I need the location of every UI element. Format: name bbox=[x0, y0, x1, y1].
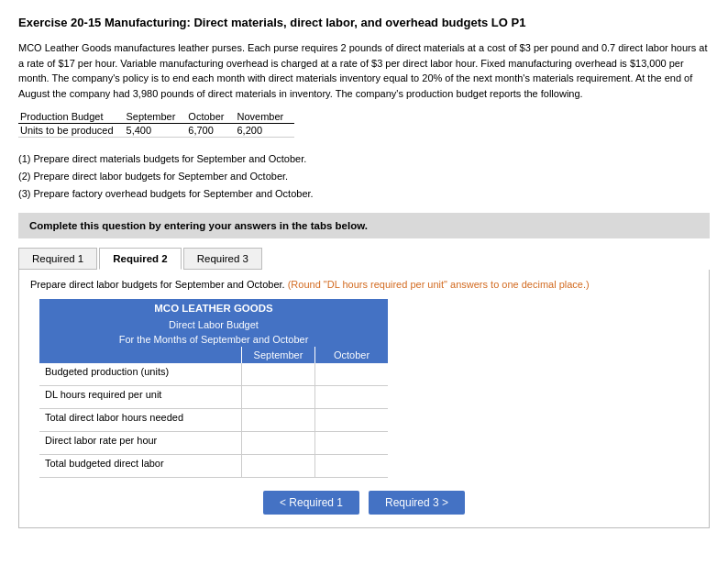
budget-months: For the Months of September and October bbox=[39, 332, 388, 347]
tab-required3[interactable]: Required 3 bbox=[183, 248, 262, 270]
tabs-row: Required 1 Required 2 Required 3 bbox=[18, 248, 710, 270]
prod-row-nov: 6,200 bbox=[235, 124, 294, 138]
budget-row-3: Total direct labor hours needed bbox=[39, 409, 388, 432]
instructions: (1) Prepare direct materials budgets for… bbox=[18, 150, 710, 202]
budget-title: MCO LEATHER GOODS bbox=[39, 299, 388, 317]
prod-header-oct: October bbox=[186, 110, 235, 124]
tab-content: Prepare direct labor budgets for Septemb… bbox=[18, 270, 710, 528]
instruction-1: (1) Prepare direct materials budgets for… bbox=[18, 150, 710, 168]
production-table: Production Budget September October Nove… bbox=[18, 110, 294, 138]
budget-row-4-sep[interactable] bbox=[241, 432, 314, 454]
budget-row-5-label: Total budgeted direct labor bbox=[39, 455, 241, 477]
prev-button[interactable]: < Required 1 bbox=[263, 491, 359, 515]
budget-row-2-sep[interactable] bbox=[241, 386, 314, 408]
description: MCO Leather Goods manufactures leather p… bbox=[18, 40, 710, 101]
budget-subtitle: Direct Labor Budget bbox=[39, 317, 388, 332]
budget-row-5: Total budgeted direct labor bbox=[39, 455, 388, 478]
prod-row-sep: 5,400 bbox=[125, 124, 187, 138]
budget-row-5-sep[interactable] bbox=[241, 455, 314, 477]
prod-header-nov: November bbox=[235, 110, 294, 124]
budget-header-row: September October bbox=[39, 347, 388, 363]
budget-row-3-sep-input[interactable] bbox=[246, 411, 311, 429]
budget-row-5-oct[interactable] bbox=[314, 455, 388, 477]
tab-required2[interactable]: Required 2 bbox=[99, 248, 181, 270]
complete-box-text: Complete this question by entering your … bbox=[29, 220, 368, 231]
budget-row-2: DL hours required per unit bbox=[39, 386, 388, 409]
budget-col-oct-header: October bbox=[314, 347, 388, 363]
budget-row-1-label: Budgeted production (units) bbox=[39, 363, 241, 385]
budget-row-1: Budgeted production (units) bbox=[39, 363, 388, 386]
nav-buttons: < Required 1 Required 3 > bbox=[30, 491, 698, 515]
budget-col-label-header bbox=[39, 347, 241, 363]
prod-header-sep: September bbox=[125, 110, 187, 124]
budget-row-1-sep[interactable] bbox=[241, 363, 314, 385]
page-title: Exercise 20-15 Manufacturing: Direct mat… bbox=[18, 15, 710, 31]
next-button[interactable]: Required 3 > bbox=[369, 491, 465, 515]
budget-row-3-oct-input[interactable] bbox=[319, 411, 384, 429]
prod-header-label: Production Budget bbox=[18, 110, 125, 124]
prepare-note-highlight: (Round "DL hours required per unit" answ… bbox=[288, 279, 590, 290]
budget-row-3-sep[interactable] bbox=[241, 409, 314, 431]
budget-row-3-label: Total direct labor hours needed bbox=[39, 409, 241, 431]
budget-row-4-label: Direct labor rate per hour bbox=[39, 432, 241, 454]
budget-row-4-oct[interactable] bbox=[314, 432, 388, 454]
prepare-note: Prepare direct labor budgets for Septemb… bbox=[30, 279, 698, 290]
budget-row-5-oct-input[interactable] bbox=[319, 457, 384, 475]
prod-row-label: Units to be produced bbox=[18, 124, 125, 138]
budget-row-2-oct-input[interactable] bbox=[319, 388, 384, 406]
instruction-3: (3) Prepare factory overhead budgets for… bbox=[18, 185, 710, 203]
budget-row-1-sep-input[interactable] bbox=[246, 365, 311, 383]
budget-table: MCO LEATHER GOODS Direct Labor Budget Fo… bbox=[39, 299, 388, 478]
budget-row-1-oct-input[interactable] bbox=[319, 365, 384, 383]
budget-row-4-oct-input[interactable] bbox=[319, 434, 384, 452]
instruction-2: (2) Prepare direct labor budgets for Sep… bbox=[18, 168, 710, 185]
complete-box: Complete this question by entering your … bbox=[18, 213, 710, 238]
tab-required1[interactable]: Required 1 bbox=[18, 248, 97, 270]
budget-row-4-sep-input[interactable] bbox=[246, 434, 311, 452]
budget-row-3-oct[interactable] bbox=[314, 409, 388, 431]
budget-row-2-sep-input[interactable] bbox=[246, 388, 311, 406]
prod-row-oct: 6,700 bbox=[186, 124, 235, 138]
budget-row-5-sep-input[interactable] bbox=[246, 457, 311, 475]
budget-col-sep-header: September bbox=[241, 347, 314, 363]
budget-row-4: Direct labor rate per hour bbox=[39, 432, 388, 455]
budget-row-2-label: DL hours required per unit bbox=[39, 386, 241, 408]
prepare-note-text: Prepare direct labor budgets for Septemb… bbox=[30, 279, 285, 290]
budget-row-2-oct[interactable] bbox=[314, 386, 388, 408]
budget-row-1-oct[interactable] bbox=[314, 363, 388, 385]
